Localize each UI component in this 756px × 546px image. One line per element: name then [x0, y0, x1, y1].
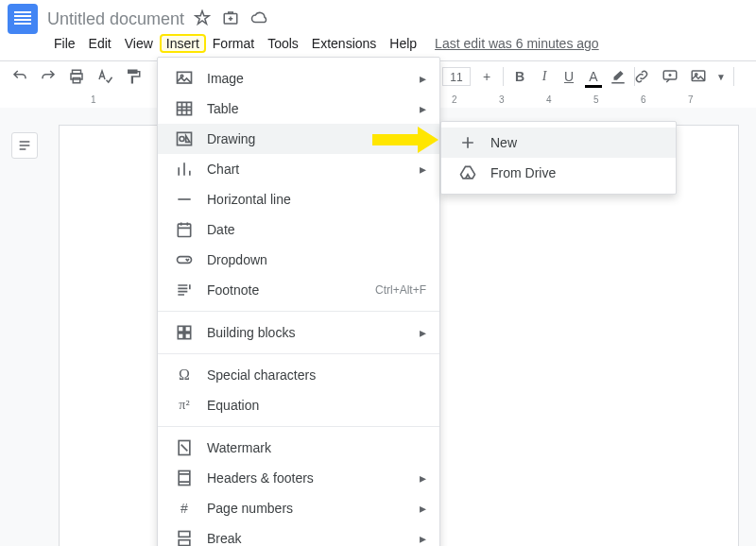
menu-view[interactable]: View [118, 34, 160, 53]
menu-item-break[interactable]: Break ▸ [158, 523, 439, 546]
italic-button[interactable]: I [536, 68, 553, 85]
spellcheck-icon[interactable] [94, 66, 115, 87]
ruler-mark: 7 [688, 94, 694, 105]
menu-item-image[interactable]: Image ▸ [158, 63, 439, 94]
menu-item-horizontal-line[interactable]: Horizontal line [158, 184, 439, 214]
menu-extensions[interactable]: Extensions [305, 34, 383, 53]
horizontal-line-icon [175, 190, 194, 209]
menu-help[interactable]: Help [383, 34, 423, 53]
chevron-right-icon: ▸ [420, 531, 426, 546]
paint-format-icon[interactable] [123, 66, 144, 87]
footnote-icon [175, 281, 194, 299]
page-numbers-icon: # [175, 499, 194, 518]
dropdown-icon [175, 250, 194, 269]
drive-icon [458, 163, 477, 182]
undo-icon[interactable] [9, 66, 30, 87]
redo-icon[interactable] [38, 66, 59, 87]
menu-item-dropdown[interactable]: Dropdown [158, 245, 439, 275]
underline-button[interactable]: U [560, 68, 577, 85]
menu-item-special-characters[interactable]: Ω Special characters [158, 360, 439, 390]
chevron-right-icon: ▸ [420, 501, 426, 516]
menu-item-label: Page numbers [207, 501, 420, 516]
svg-rect-9 [178, 102, 192, 114]
headers-footers-icon [175, 469, 194, 487]
add-comment-icon[interactable] [660, 66, 680, 87]
menu-edit[interactable]: Edit [82, 34, 118, 53]
menu-item-equation[interactable]: π² Equation [158, 390, 439, 420]
ruler-mark: 3 [499, 94, 505, 105]
menu-item-building-blocks[interactable]: Building blocks ▸ [158, 317, 439, 348]
menu-item-headers-footers[interactable]: Headers & footers ▸ [158, 463, 439, 493]
cloud-status-icon[interactable] [250, 9, 267, 29]
chart-icon [175, 160, 194, 179]
menu-item-page-numbers[interactable]: # Page numbers ▸ [158, 493, 439, 523]
submenu-item-label: New [490, 135, 662, 150]
drawing-submenu: New From Drive [440, 121, 677, 195]
menu-bar: File Edit View Insert Format Tools Exten… [0, 32, 756, 55]
title-icons [194, 9, 267, 29]
highlight-color-icon[interactable] [610, 68, 627, 85]
submenu-item-new[interactable]: New [441, 128, 676, 158]
pi-icon: π² [175, 396, 194, 415]
insert-link-icon[interactable] [631, 66, 652, 87]
building-blocks-icon [175, 323, 194, 342]
document-title[interactable]: Untitled document [47, 9, 184, 29]
menu-item-footnote[interactable]: Footnote Ctrl+Alt+F [158, 275, 439, 305]
outline-toggle-button[interactable] [11, 132, 38, 159]
menu-item-table[interactable]: Table ▸ [158, 94, 439, 124]
date-icon [175, 220, 194, 239]
title-bar: Untitled document [0, 0, 756, 32]
print-icon[interactable] [66, 66, 87, 87]
move-icon[interactable] [222, 9, 239, 29]
submenu-item-label: From Drive [490, 165, 662, 180]
submenu-item-from-drive[interactable]: From Drive [441, 158, 676, 188]
bold-button[interactable]: B [511, 68, 528, 85]
menu-item-label: Headers & footers [207, 470, 420, 486]
ruler-mark: 1 [91, 94, 96, 105]
insert-image-button[interactable] [688, 66, 709, 87]
table-icon [175, 99, 194, 118]
last-edit-link[interactable]: Last edit was 6 minutes ago [435, 36, 599, 51]
svg-point-11 [180, 137, 184, 142]
svg-rect-17 [185, 333, 191, 339]
chevron-right-icon: ▸ [420, 71, 426, 86]
menu-item-watermark[interactable]: Watermark [158, 433, 439, 463]
menu-item-label: Chart [207, 162, 420, 177]
svg-rect-15 [185, 326, 191, 332]
chevron-right-icon: ▸ [420, 101, 426, 116]
image-icon [175, 69, 194, 88]
menu-insert[interactable]: Insert [160, 34, 206, 53]
menu-item-label: Dropdown [207, 252, 426, 267]
menu-item-label: Date [207, 222, 426, 237]
separator [503, 67, 504, 86]
menu-item-label: Equation [207, 398, 426, 413]
menu-file[interactable]: File [47, 34, 82, 53]
separator [733, 67, 734, 86]
ruler-mark: 6 [641, 94, 646, 105]
break-icon [175, 529, 194, 546]
menu-item-label: Break [207, 531, 420, 546]
dropdown-caret-icon[interactable]: ▼ [716, 72, 726, 82]
watermark-icon [175, 438, 194, 457]
font-size-increase[interactable]: + [478, 68, 495, 85]
chevron-right-icon: ▸ [420, 325, 426, 340]
menu-separator [158, 426, 439, 427]
menu-item-label: Footnote [207, 282, 375, 298]
svg-rect-20 [179, 532, 190, 537]
menu-item-label: Table [207, 101, 420, 116]
svg-rect-14 [178, 326, 183, 332]
menu-item-chart[interactable]: Chart ▸ [158, 154, 439, 184]
docs-logo[interactable] [8, 4, 38, 34]
svg-rect-21 [179, 540, 190, 546]
ruler-mark: 4 [546, 94, 552, 105]
menu-shortcut: Ctrl+Alt+F [375, 283, 426, 297]
star-icon[interactable] [194, 9, 211, 29]
menu-item-date[interactable]: Date [158, 214, 439, 245]
text-color-button[interactable]: A [585, 68, 602, 85]
drawing-icon [175, 129, 194, 148]
menu-format[interactable]: Format [206, 34, 261, 53]
menu-tools[interactable]: Tools [261, 34, 305, 53]
font-size-input[interactable]: 11 [442, 67, 471, 86]
menu-item-label: Image [207, 71, 420, 86]
menu-item-label: Watermark [207, 440, 426, 455]
